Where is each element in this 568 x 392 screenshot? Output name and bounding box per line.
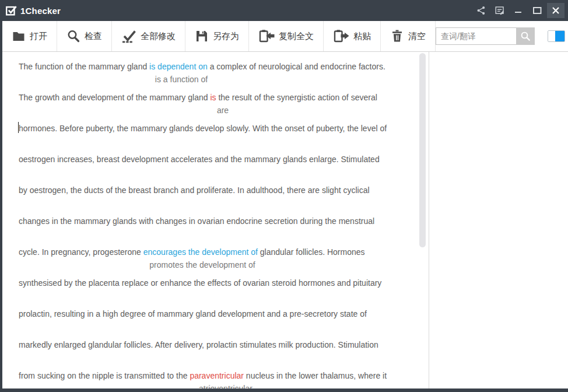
text-segment: oestrogen increases, breast development … <box>19 155 380 164</box>
app-body: The function of the mammary gland is dep… <box>2 52 568 388</box>
document-line: from sucking on the nipple is transmitte… <box>2 370 429 388</box>
text-segment: by oestrogen, the ducts of the breast br… <box>19 186 370 195</box>
document-line: The function of the mammary gland is dep… <box>2 61 429 92</box>
document-line: prolactin, resulting in a high degree of… <box>2 309 429 340</box>
titlebar: 1Checker <box>0 0 568 21</box>
magnifier-icon <box>66 29 80 43</box>
close-button[interactable] <box>547 3 565 18</box>
text-segment: cycle. In pregnancy, progesterone <box>19 247 143 257</box>
check-button[interactable]: 检查 <box>57 21 112 51</box>
app-window: 1Checker <box>0 0 568 392</box>
share-icon[interactable] <box>472 3 490 18</box>
fix-all-label: 全部修改 <box>141 31 176 42</box>
open-button[interactable]: 打开 <box>2 21 57 51</box>
search-icon <box>520 31 531 41</box>
text-segment: nucleus in the lower thalamus, where it <box>244 371 387 380</box>
copy-all-button[interactable]: 复制全文 <box>249 21 324 51</box>
right-panel <box>429 52 568 388</box>
text-segment: from sucking on the nipple is transmitte… <box>19 371 190 380</box>
toggle-on-segment <box>555 31 565 41</box>
document-editor[interactable]: The function of the mammary gland is dep… <box>2 52 429 388</box>
correction-red[interactable]: is <box>210 93 216 102</box>
search-button[interactable] <box>516 27 535 45</box>
paste-button[interactable]: 粘贴 <box>324 21 381 51</box>
suggestion-text[interactable]: are <box>217 105 229 116</box>
text-segment: the result of the synergistic action of … <box>216 93 377 102</box>
text-segment: prolactin, resulting in a high degree of… <box>19 309 367 318</box>
text-segment: a complex of neurological and endocrine … <box>208 62 385 71</box>
trash-icon <box>390 29 404 43</box>
fix-all-button[interactable]: 全部修改 <box>112 21 185 51</box>
feedback-icon[interactable] <box>491 3 509 18</box>
app-title: 1Checker <box>20 6 61 16</box>
clear-button[interactable]: 清空 <box>381 21 436 51</box>
paste-icon <box>333 29 349 43</box>
text-segment: The function of the mammary gland <box>19 62 149 71</box>
suggestion-text[interactable]: atrioventricular <box>199 383 253 388</box>
save-as-button[interactable]: 另存为 <box>185 21 249 51</box>
scrollbar-thumb[interactable] <box>419 53 426 247</box>
toolbar: 打开 检查 全部修改 <box>2 21 568 52</box>
text-segment: The growth and development of the mammar… <box>19 93 210 102</box>
save-icon <box>195 29 209 43</box>
maximize-button[interactable] <box>528 3 546 18</box>
correction-red[interactable]: paraventricular <box>190 371 244 380</box>
correction-blue[interactable]: is dependent on <box>149 62 208 71</box>
minimize-button[interactable] <box>510 3 527 18</box>
document-line: synthesised by the placenta replace or e… <box>2 278 429 309</box>
folder-open-icon <box>12 29 26 43</box>
dictionary-search-input[interactable] <box>436 27 516 45</box>
open-label: 打开 <box>30 31 47 42</box>
correction-blue[interactable]: encourages the development of <box>143 247 258 257</box>
document-line: markedly enlarged glandular follicles. A… <box>2 340 429 370</box>
text-segment: synthesised by the placenta replace or e… <box>19 278 381 288</box>
dictionary-search-area <box>436 21 568 51</box>
clear-label: 清空 <box>408 31 426 42</box>
toggle-off-segment <box>548 31 555 41</box>
copy-all-icon <box>258 29 275 43</box>
app-logo: 1Checker <box>5 4 61 17</box>
checkbox-logo-icon <box>5 4 17 17</box>
suggestion-text[interactable]: is a function of <box>155 74 208 85</box>
paste-label: 粘贴 <box>353 31 371 42</box>
text-cursor <box>18 122 19 133</box>
document-line: by oestrogen, the ducts of the breast br… <box>2 185 429 216</box>
window-controls <box>471 3 565 18</box>
document-line: hormones. Before puberty, the mammary gl… <box>2 123 429 154</box>
save-as-label: 另存为 <box>213 31 239 42</box>
document-line: changes in the mammary glands with chang… <box>2 216 429 247</box>
copy-all-label: 复制全文 <box>279 31 314 42</box>
document-line: cycle. In pregnancy, progesterone encour… <box>2 247 429 278</box>
text-segment: hormones. Before puberty, the mammary gl… <box>19 124 387 133</box>
document-line: The growth and development of the mammar… <box>2 92 429 123</box>
check-all-icon <box>121 29 136 44</box>
suggestion-text[interactable]: promotes the development of <box>149 260 255 270</box>
text-segment: glandular follicles. Hormones <box>258 247 365 257</box>
text-segment: markedly enlarged glandular follicles. A… <box>19 340 378 349</box>
translate-toggle[interactable] <box>548 30 565 42</box>
document-line: oestrogen increases, breast development … <box>2 154 429 185</box>
check-label: 检查 <box>85 31 102 42</box>
text-segment: changes in the mammary glands with chang… <box>19 216 374 226</box>
